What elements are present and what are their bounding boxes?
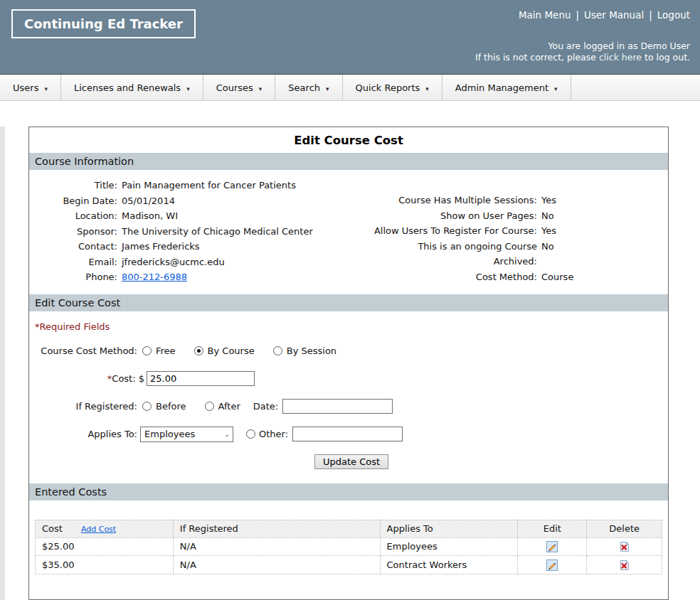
cost-method-by-course-radio[interactable] [194,346,203,355]
update-cost-button[interactable]: Update Cost [314,454,388,469]
field-label: Show on User Pages: [362,208,537,224]
menu-item-label: Users [13,82,38,93]
if-registered-cell: N/A [173,556,380,574]
field-label: Allow Users To Register For Course: [362,223,537,239]
info-row: Title:Pain Management for Cancer Patient… [29,178,362,193]
user-manual-link[interactable]: User Manual [584,9,644,21]
field-label: This is an ongoing Course [362,239,537,255]
applies-to-label: Applies To: [35,429,137,439]
field-value: The University of Chicago Medical Center [117,224,362,240]
edit-course-cost-header: Edit Course Cost [29,294,668,311]
menu-item-quick-reports[interactable]: Quick Reports▾ [343,75,442,100]
login-status: You are logged in as Demo User If this i… [475,41,690,63]
info-row: Begin Date:05/01/2014 [29,193,362,209]
field-label: Course Has Multiple Sessions: [362,193,537,208]
click-here-link[interactable]: click here [599,52,642,63]
cost-cell: $35.00 [36,556,174,574]
radio-label: By Course [208,345,255,356]
info-row: Phone:800-212-6988 [29,269,362,285]
field-value: Yes [537,223,668,239]
radio-label: By Session [287,345,336,356]
menu-item-label: Search [288,82,320,93]
info-row: Archived: [362,254,668,269]
logout-link[interactable]: Logout [657,9,690,21]
info-row: This is an ongoing CourseNo [362,239,668,255]
edit-course-cost-form: *Required Fields Course Cost Method: Fre… [29,311,668,483]
main-menubar: Users▾ Licenses and Renewals▾ Courses▾ S… [0,74,700,101]
cost-input[interactable] [147,371,255,386]
menu-item-search[interactable]: Search▾ [275,75,342,100]
menu-item-label: Courses [216,82,253,93]
chevron-down-icon: ▾ [186,83,190,92]
delete-icon[interactable] [619,559,630,571]
cost-row: *Cost: $ [35,371,668,387]
edit-icon[interactable] [546,559,558,571]
info-row: Contact:James Fredericks [29,239,362,255]
menu-item-label: Admin Management [455,82,548,93]
menu-item-users[interactable]: Users▾ [0,75,61,100]
info-row: Show on User Pages:No [362,208,668,224]
field-label: Location: [29,208,117,224]
course-info-right-column: Course Has Multiple Sessions:Yes Show on… [362,193,668,285]
login-status-text: to log out. [642,52,690,63]
phone-link[interactable]: 800-212-6988 [122,272,187,282]
login-status-line1: You are logged in as Demo User [475,41,690,52]
radio-label: Free [156,345,176,356]
menu-item-label: Quick Reports [356,82,420,93]
chevron-down-icon: ▾ [554,83,558,92]
course-information-section: Title:Pain Management for Cancer Patient… [29,170,668,294]
field-value: No [537,239,668,255]
add-cost-link[interactable]: Add Cost [81,525,116,534]
cost-label-text: Cost: $ [112,373,144,384]
other-label: Other: [259,429,288,439]
info-row: Cost Method:Course [362,269,668,285]
field-value: 05/01/2014 [117,193,362,209]
applies-to-select[interactable]: Employees⌄ [140,427,233,442]
other-input[interactable] [292,427,403,441]
cost-label: *Cost: $ [35,373,144,384]
if-registered-row: If Registered: Before After Date: [35,399,668,414]
menu-item-admin-management[interactable]: Admin Management▾ [442,75,571,100]
field-value: Madison, WI [117,208,362,224]
app-logo: Continuing Ed Tracker [11,9,196,38]
field-label: Title: [29,178,117,193]
menu-item-courses[interactable]: Courses▾ [203,75,276,100]
field-value: No [537,208,668,224]
registered-before-radio[interactable] [142,402,152,411]
field-value: jfredericks@ucmc.edu [117,255,362,270]
if-registered-label: If Registered: [35,401,137,412]
cost-method-free-radio[interactable] [142,346,152,355]
field-value: Course [537,269,668,285]
login-status-line2: If this is not correct, please click her… [475,52,690,63]
other-radio[interactable] [246,429,255,439]
field-value [537,254,668,269]
table-row: $35.00 N/A Contract Workers [36,556,662,574]
cost-method-by-session-radio[interactable] [273,346,282,355]
delete-column-header: Delete [587,520,662,537]
header-links: Main Menu|User Manual|Logout [519,9,690,21]
registered-after-radio[interactable] [205,402,214,411]
edit-icon[interactable] [546,541,558,552]
info-row: Course Has Multiple Sessions:Yes [362,193,668,208]
app-header: Continuing Ed Tracker Main Menu|User Man… [0,0,700,74]
field-value: Pain Management for Cancer Patients [117,178,362,193]
course-info-left-column: Title:Pain Management for Cancer Patient… [29,178,362,285]
selected-option: Employees [144,429,195,439]
date-input[interactable] [282,399,393,414]
field-label: Contact: [29,239,117,255]
main-menu-link[interactable]: Main Menu [519,9,571,21]
delete-icon[interactable] [619,541,630,552]
chevron-down-icon: ▾ [44,83,48,92]
if-registered-column-header: If Registered [173,520,380,537]
field-label: Sponsor: [29,224,117,240]
field-label: Begin Date: [29,193,117,209]
entered-costs-header: Entered Costs [29,483,668,500]
field-label: Email: [29,255,117,270]
cost-column-header: CostAdd Cost [36,520,174,537]
chevron-down-icon: ▾ [259,83,262,92]
course-information-header: Course Information [29,153,668,170]
info-row: Sponsor:The University of Chicago Medica… [29,224,362,240]
field-label: Phone: [29,269,117,285]
table-header-row: CostAdd Cost If Registered Applies To Ed… [36,520,662,537]
menu-item-licenses-and-renewals[interactable]: Licenses and Renewals▾ [61,75,203,100]
